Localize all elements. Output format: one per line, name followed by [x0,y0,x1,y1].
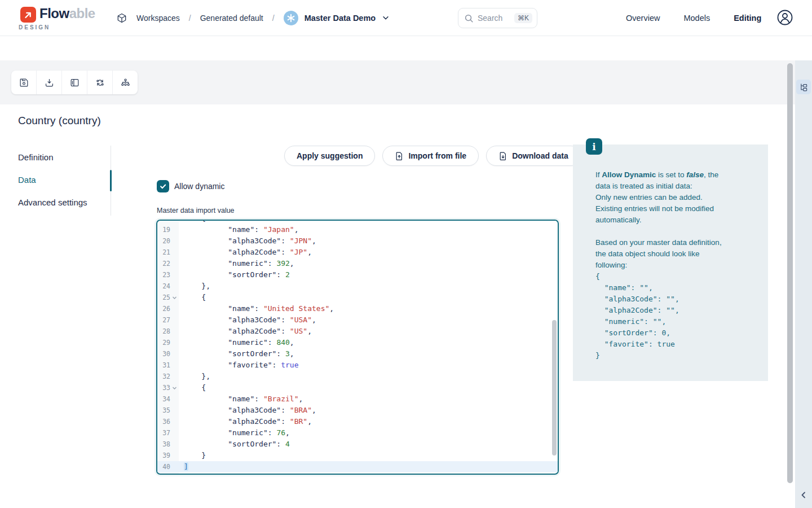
hierarchy-icon[interactable] [113,71,138,94]
sync-compare-icon[interactable] [87,71,113,94]
breadcrumb-separator: / [189,14,191,23]
line-number: 29 [157,337,179,348]
editor-line[interactable]: 19 "name": "Japan", [157,224,558,235]
expand-panel-chevron-icon[interactable] [799,491,808,500]
info-panel-line: following: [595,260,758,271]
line-number: 27 [157,314,179,326]
json-code-editor[interactable]: {19 "name": "Japan",20 "alpha3Code": "JP… [156,220,559,475]
line-number: 36 [157,416,179,427]
file-download-icon [498,151,508,161]
sidenav-item-advanced-settings[interactable]: Advanced settings [18,198,103,209]
fold-spacer [171,306,178,312]
download-data-label: Download data [512,151,568,160]
fold-spacer [171,340,178,346]
flowable-design-app: Flowable DESIGN Workspaces / Generated d… [0,0,812,508]
info-panel-line: the data object should look like [595,248,758,260]
editor-line[interactable]: 26 "name": "United States", [157,303,558,314]
editor-line[interactable]: 33 { [157,382,558,393]
fold-spacer [171,453,178,459]
search-input[interactable]: Search ⌘K [458,8,537,28]
line-number: 34 [157,393,179,405]
page-title: Country (country) [18,115,101,127]
editor-line[interactable]: 22 "numeric": 392, [157,258,558,269]
editor-line[interactable]: 37 "numeric": 76, [157,427,558,439]
breadcrumb: Workspaces / Generated default / Master … [116,0,390,36]
model-selector[interactable]: Master Data Demo [284,11,390,25]
split-panel-icon[interactable] [62,71,87,94]
breadcrumb-workspaces[interactable]: Workspaces [136,14,180,23]
line-number: 19 [157,224,179,235]
fold-spacer [171,283,178,290]
fold-caret-icon[interactable] [171,295,178,301]
line-number: 32 [157,371,179,382]
fold-spacer [171,419,178,425]
editor-line[interactable]: 35 "alpha3Code": "BRA", [157,405,558,416]
check-icon [159,182,167,190]
fold-caret-icon[interactable] [171,385,178,391]
editor-line[interactable]: 23 "sortOrder": 2 [157,269,558,281]
info-panel-line: Based on your master data definition, [595,237,758,248]
info-panel-line: automatically. [595,214,758,226]
apply-suggestion-label: Apply suggestion [297,151,363,160]
breadcrumb-separator: / [272,14,275,23]
fold-spacer [171,362,178,369]
line-number: 38 [157,439,179,450]
editor-content: {19 "name": "Japan",20 "alpha3Code": "JP… [157,220,558,472]
fold-spacer [171,441,178,448]
fold-spacer [171,464,178,470]
editor-line[interactable]: 30 "sortOrder": 3, [157,348,558,360]
line-number: 33 [157,382,179,393]
info-panel: i If Allow Dynamic is set to false, thed… [573,144,768,381]
line-number: 31 [157,360,179,371]
user-avatar[interactable] [776,9,793,26]
editor-line[interactable]: 21 "alpha2Code": "JP", [157,247,558,258]
sidenav-item-data[interactable]: Data [18,175,103,186]
editor-line[interactable]: 20 "alpha3Code": "JPN", [157,235,558,247]
top-navbar: Flowable DESIGN Workspaces / Generated d… [0,0,812,36]
editor-scrollbar[interactable] [552,320,557,456]
editor-line[interactable]: 40] [157,461,558,472]
editor-line[interactable]: 31 "favorite": true [157,360,558,371]
download-data-button[interactable]: Download data [486,146,581,166]
save-icon[interactable] [11,71,37,94]
page-scrollbar[interactable] [787,63,793,483]
flowable-logo-icon[interactable] [20,7,36,23]
fold-spacer [171,374,178,380]
allow-dynamic-checkbox[interactable] [157,180,169,192]
editor-line[interactable]: 34 "name": "Brazil", [157,393,558,405]
info-panel-line: "alpha2Code": "", [595,305,758,316]
editor-line[interactable]: 25 { [157,292,558,303]
info-panel-body: If Allow Dynamic is set to false, thedat… [573,144,768,361]
file-upload-icon [395,151,404,161]
nav-editing[interactable]: Editing [734,14,761,23]
breadcrumb-project[interactable]: Generated default [200,14,263,23]
editor-line[interactable]: 36 "alpha2Code": "BR", [157,416,558,427]
allow-dynamic-row: Allow dynamic [157,180,224,192]
fold-spacer [171,220,178,222]
fold-spacer [171,317,178,323]
fold-spacer [171,430,178,436]
sidenav-active-indicator [110,170,112,191]
editor-line[interactable]: 27 "alpha3Code": "USA", [157,314,558,326]
section-nav: Definition Data Advanced settings [18,152,103,220]
model-tree-toggle-icon[interactable] [796,80,811,94]
primary-nav: Overview Models Editing [626,0,761,36]
nav-overview[interactable]: Overview [626,14,660,23]
editor-line[interactable]: { [157,220,558,224]
info-panel-line: If Allow Dynamic is set to false, the [595,169,758,181]
editor-line[interactable]: 24 }, [157,281,558,292]
sidenav-item-definition[interactable]: Definition [18,152,103,164]
import-value-label: Master data import value [157,207,235,214]
apply-suggestion-button[interactable]: Apply suggestion [284,146,375,166]
import-icon[interactable] [37,71,62,94]
import-from-file-button[interactable]: Import from file [382,146,479,166]
editor-line[interactable]: 32 }, [157,371,558,382]
editor-line[interactable]: 28 "alpha2Code": "US", [157,326,558,337]
model-name: Master Data Demo [304,14,376,23]
tab-strip: Country [0,36,812,60]
editor-line[interactable]: 29 "numeric": 840, [157,337,558,348]
nav-models[interactable]: Models [683,14,710,23]
line-number: 35 [157,405,179,416]
editor-line[interactable]: 39 } [157,450,558,461]
editor-line[interactable]: 38 "sortOrder": 4 [157,439,558,450]
